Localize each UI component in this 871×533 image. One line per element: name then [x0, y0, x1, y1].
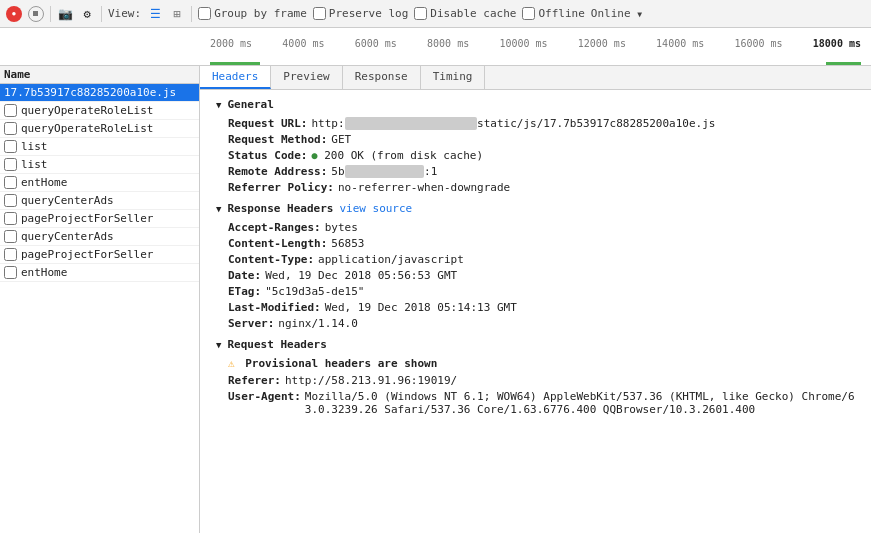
date-label: Date:: [228, 269, 261, 282]
list-view-icon[interactable]: ☰: [147, 6, 163, 22]
list-item-checkbox[interactable]: [4, 176, 17, 189]
status-code-value: ● 200 OK (from disk cache): [311, 149, 483, 162]
request-method-label: Request Method:: [228, 133, 327, 146]
list-item-text: queryOperateRoleList: [21, 122, 153, 135]
request-headers-triangle-icon: ▼: [216, 340, 221, 350]
accept-ranges-value: bytes: [325, 221, 358, 234]
camera-icon[interactable]: 📷: [57, 6, 73, 22]
request-method-value: GET: [331, 133, 351, 146]
separator3: [191, 6, 192, 22]
tab-timing[interactable]: Timing: [421, 66, 486, 89]
list-item[interactable]: list: [0, 156, 199, 174]
preserve-log-option[interactable]: Preserve log: [313, 7, 408, 20]
list-item[interactable]: 17.7b53917c88285200a10e.js: [0, 84, 199, 102]
request-url-label: Request URL:: [228, 117, 307, 130]
response-headers-title[interactable]: ▼ Response Headers view source: [216, 202, 855, 215]
timeline-label-4000: 4000 ms: [282, 38, 324, 49]
group-by-frame-checkbox[interactable]: [198, 7, 211, 20]
request-headers-label: Request Headers: [227, 338, 326, 351]
view-label: View:: [108, 7, 141, 20]
list-item[interactable]: queryCenterAds: [0, 228, 199, 246]
separator2: [101, 6, 102, 22]
list-item[interactable]: queryOperateRoleList: [0, 102, 199, 120]
online-dropdown[interactable]: Online ▼: [591, 7, 642, 20]
list-item[interactable]: entHome: [0, 174, 199, 192]
timeline-label-18000: 18000 ms: [813, 38, 861, 49]
separator: [50, 6, 51, 22]
content-type-row: Content-Type: application/javascript: [216, 253, 855, 266]
list-item-checkbox[interactable]: [4, 140, 17, 153]
warning-section: ⚠ Provisional headers are shown: [216, 357, 855, 370]
accept-ranges-row: Accept-Ranges: bytes: [216, 221, 855, 234]
list-item-text: 17.7b53917c88285200a10e.js: [4, 86, 176, 99]
list-item-checkbox[interactable]: [4, 104, 17, 117]
last-modified-label: Last-Modified:: [228, 301, 321, 314]
remote-address-row: Remote Address: 5b████████████:1: [216, 165, 855, 178]
filter-icon[interactable]: ⚙: [79, 6, 95, 22]
main-layout: Name 17.7b53917c88285200a10e.jsqueryOper…: [0, 66, 871, 533]
general-title: General: [227, 98, 273, 111]
user-agent-value: Mozilla/5.0 (Windows NT 6.1; WOW64) Appl…: [305, 390, 855, 416]
disable-cache-checkbox[interactable]: [414, 7, 427, 20]
timeline-label-16000: 16000 ms: [734, 38, 782, 49]
response-headers-triangle-icon: ▼: [216, 204, 221, 214]
response-headers-label: Response Headers: [227, 202, 333, 215]
group-by-frame-label: Group by frame: [214, 7, 307, 20]
list-item[interactable]: pageProjectForSeller: [0, 210, 199, 228]
list-item[interactable]: list: [0, 138, 199, 156]
list-item[interactable]: entHome: [0, 264, 199, 282]
list-item-checkbox[interactable]: [4, 266, 17, 279]
preserve-log-label: Preserve log: [329, 7, 408, 20]
preserve-log-checkbox[interactable]: [313, 7, 326, 20]
content-type-value: application/javascript: [318, 253, 464, 266]
status-code-label: Status Code:: [228, 149, 307, 162]
list-item[interactable]: pageProjectForSeller: [0, 246, 199, 264]
detail-panel: Headers Preview Response Timing ▼ Genera…: [200, 66, 871, 533]
list-header: Name: [0, 66, 199, 84]
tab-response[interactable]: Response: [343, 66, 421, 89]
dropdown-arrow-icon: ▼: [637, 10, 642, 19]
list-item-checkbox[interactable]: [4, 122, 17, 135]
list-item-text: entHome: [21, 266, 67, 279]
grid-view-icon[interactable]: ⊞: [169, 6, 185, 22]
timeline-label-8000: 8000 ms: [427, 38, 469, 49]
record-button[interactable]: ●: [6, 6, 22, 22]
tab-headers[interactable]: Headers: [200, 66, 271, 89]
server-label: Server:: [228, 317, 274, 330]
list-item-text: queryOperateRoleList: [21, 104, 153, 117]
accept-ranges-label: Accept-Ranges:: [228, 221, 321, 234]
list-item-checkbox[interactable]: [4, 230, 17, 243]
content-length-row: Content-Length: 56853: [216, 237, 855, 250]
list-item-text: pageProjectForSeller: [21, 212, 153, 225]
list-item-text: entHome: [21, 176, 67, 189]
referrer-policy-row: Referrer Policy: no-referrer-when-downgr…: [216, 181, 855, 194]
content-length-label: Content-Length:: [228, 237, 327, 250]
list-item[interactable]: queryOperateRoleList: [0, 120, 199, 138]
list-item-text: list: [21, 158, 48, 171]
content-type-label: Content-Type:: [228, 253, 314, 266]
request-url-value: http:████████████████████static/js/17.7b…: [311, 117, 715, 130]
referrer-policy-value: no-referrer-when-downgrade: [338, 181, 510, 194]
offline-label: Offline: [538, 7, 584, 20]
list-item-checkbox[interactable]: [4, 248, 17, 261]
group-by-frame-option[interactable]: Group by frame: [198, 7, 307, 20]
etag-label: ETag:: [228, 285, 261, 298]
toolbar: ● ⏹ 📷 ⚙ View: ☰ ⊞ Group by frame Preserv…: [0, 0, 871, 28]
request-headers-title[interactable]: ▼ Request Headers: [216, 338, 855, 351]
offline-option[interactable]: Offline: [522, 7, 584, 20]
list-item-checkbox[interactable]: [4, 194, 17, 207]
tab-preview[interactable]: Preview: [271, 66, 342, 89]
user-agent-row: User-Agent: Mozilla/5.0 (Windows NT 6.1;…: [216, 390, 855, 416]
list-item-checkbox[interactable]: [4, 212, 17, 225]
general-section-title[interactable]: ▼ General: [216, 98, 855, 111]
disable-cache-label: Disable cache: [430, 7, 516, 20]
view-source-link[interactable]: view source: [339, 202, 412, 215]
disable-cache-option[interactable]: Disable cache: [414, 7, 516, 20]
stop-button[interactable]: ⏹: [28, 6, 44, 22]
referer-value: http://58.213.91.96:19019/: [285, 374, 457, 387]
offline-checkbox[interactable]: [522, 7, 535, 20]
list-item-checkbox[interactable]: [4, 158, 17, 171]
list-item[interactable]: queryCenterAds: [0, 192, 199, 210]
status-dot-icon: ●: [311, 150, 317, 161]
request-method-row: Request Method: GET: [216, 133, 855, 146]
